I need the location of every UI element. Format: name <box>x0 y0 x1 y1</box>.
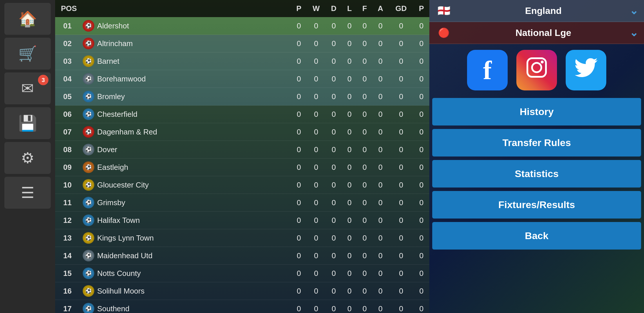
table-row[interactable]: 14 ⚽ Maidenhead Utd 0 0 0 0 0 0 0 0 <box>55 247 429 265</box>
row-d: 0 <box>325 35 342 52</box>
row-w: 0 <box>307 265 325 282</box>
row-team: ⚽ Eastleigh <box>80 159 291 176</box>
row-p: 0 <box>291 300 307 313</box>
row-team: ⚽ Halifax Town <box>80 212 291 229</box>
country-dropdown[interactable]: 🏴󠁧󠁢󠁥󠁮󠁧󠁿 England ⌄ <box>429 0 644 22</box>
row-d: 0 <box>325 247 342 265</box>
header-w: W <box>307 0 325 17</box>
table-row[interactable]: 01 ⚽ Aldershot 0 0 0 0 0 0 0 0 <box>55 17 429 35</box>
row-w: 0 <box>307 141 325 159</box>
sidebar-item-save[interactable]: 💾 <box>4 107 51 139</box>
row-p: 0 <box>291 247 307 265</box>
row-pts: 0 <box>414 247 429 265</box>
row-f: 0 <box>357 300 372 313</box>
team-name: Bromley <box>97 92 125 101</box>
sidebar-item-menu[interactable]: ☰ <box>4 177 51 209</box>
row-d: 0 <box>325 141 342 159</box>
team-badge-icon: ⚽ <box>83 285 94 297</box>
team-name: Southend <box>97 304 129 313</box>
row-l: 0 <box>342 105 357 123</box>
team-name: Gloucester City <box>97 181 149 190</box>
row-team: ⚽ Barnet <box>80 52 291 70</box>
row-p: 0 <box>291 70 307 88</box>
row-p: 0 <box>291 159 307 176</box>
table-row[interactable]: 06 ⚽ Chesterfield 0 0 0 0 0 0 0 0 <box>55 105 429 123</box>
row-pos: 14 <box>55 247 80 265</box>
table-row[interactable]: 12 ⚽ Halifax Town 0 0 0 0 0 0 0 0 <box>55 212 429 229</box>
sidebar-item-settings[interactable]: ⚙ <box>4 142 51 174</box>
row-f: 0 <box>357 176 372 194</box>
row-d: 0 <box>325 70 342 88</box>
row-team: ⚽ Chesterfield <box>80 105 291 123</box>
row-a: 0 <box>372 35 388 52</box>
table-row[interactable]: 17 ⚽ Southend 0 0 0 0 0 0 0 0 <box>55 300 429 313</box>
row-f: 0 <box>357 247 372 265</box>
row-pts: 0 <box>414 141 429 159</box>
table-row[interactable]: 02 ⚽ Altrincham 0 0 0 0 0 0 0 0 <box>55 35 429 52</box>
row-team: ⚽ Notts County <box>80 265 291 282</box>
row-f: 0 <box>357 159 372 176</box>
facebook-button[interactable]: f <box>467 50 508 90</box>
row-l: 0 <box>342 194 357 212</box>
table-row[interactable]: 16 ⚽ Solihull Moors 0 0 0 0 0 0 0 0 <box>55 282 429 300</box>
row-a: 0 <box>372 88 388 105</box>
sidebar-item-mail[interactable]: ✉ 3 <box>4 72 51 104</box>
header-team <box>80 0 291 17</box>
row-pos: 04 <box>55 70 80 88</box>
table-row[interactable]: 10 ⚽ Gloucester City 0 0 0 0 0 0 0 0 <box>55 176 429 194</box>
row-team: ⚽ Dover <box>80 141 291 159</box>
sidebar-item-home[interactable]: 🏠 <box>4 3 51 35</box>
team-name: Notts County <box>97 269 141 278</box>
row-d: 0 <box>325 17 342 35</box>
row-p: 0 <box>291 88 307 105</box>
history-button[interactable]: History <box>432 98 641 125</box>
header-gd: GD <box>389 0 414 17</box>
team-badge-icon: ⚽ <box>83 197 94 208</box>
league-dropdown[interactable]: 🔴 National Lge ⌄ <box>429 22 644 44</box>
header-l: L <box>342 0 357 17</box>
row-gd: 0 <box>389 212 414 229</box>
table-row[interactable]: 15 ⚽ Notts County 0 0 0 0 0 0 0 0 <box>55 265 429 282</box>
row-team: ⚽ Aldershot <box>80 17 291 35</box>
back-button[interactable]: Back <box>432 222 641 250</box>
row-pts: 0 <box>414 123 429 141</box>
row-f: 0 <box>357 105 372 123</box>
row-f: 0 <box>357 35 372 52</box>
sidebar-item-shop[interactable]: 🛒 <box>4 38 51 70</box>
team-badge-icon: ⚽ <box>83 91 94 102</box>
row-d: 0 <box>325 176 342 194</box>
twitter-button[interactable] <box>566 50 606 90</box>
save-icon: 💾 <box>18 114 37 132</box>
settings-icon: ⚙ <box>21 149 35 167</box>
table-row[interactable]: 13 ⚽ Kings Lynn Town 0 0 0 0 0 0 0 0 <box>55 229 429 247</box>
fixtures-results-button[interactable]: Fixtures/Results <box>432 191 641 219</box>
table-row[interactable]: 11 ⚽ Grimsby 0 0 0 0 0 0 0 0 <box>55 194 429 212</box>
table-row[interactable]: 04 ⚽ Borehamwood 0 0 0 0 0 0 0 0 <box>55 70 429 88</box>
row-a: 0 <box>372 265 388 282</box>
row-d: 0 <box>325 123 342 141</box>
row-l: 0 <box>342 176 357 194</box>
row-f: 0 <box>357 17 372 35</box>
transfer-rules-button[interactable]: Transfer Rules <box>432 129 641 156</box>
table-row[interactable]: 07 ⚽ Dagenham & Red 0 0 0 0 0 0 0 0 <box>55 123 429 141</box>
row-f: 0 <box>357 194 372 212</box>
league-label: National Lge <box>457 28 629 38</box>
instagram-button[interactable] <box>516 50 557 90</box>
statistics-button[interactable]: Statistics <box>432 160 641 188</box>
row-pos: 15 <box>55 265 80 282</box>
table-row[interactable]: 05 ⚽ Bromley 0 0 0 0 0 0 0 0 <box>55 88 429 105</box>
table-row[interactable]: 03 ⚽ Barnet 0 0 0 0 0 0 0 0 <box>55 52 429 70</box>
row-team: ⚽ Borehamwood <box>80 70 291 88</box>
row-gd: 0 <box>389 229 414 247</box>
row-w: 0 <box>307 105 325 123</box>
table-row[interactable]: 08 ⚽ Dover 0 0 0 0 0 0 0 0 <box>55 141 429 159</box>
row-pos: 10 <box>55 176 80 194</box>
row-f: 0 <box>357 70 372 88</box>
row-l: 0 <box>342 229 357 247</box>
row-pts: 0 <box>414 17 429 35</box>
header-d: D <box>325 0 342 17</box>
table-row[interactable]: 09 ⚽ Eastleigh 0 0 0 0 0 0 0 0 <box>55 159 429 176</box>
mail-badge: 3 <box>38 75 48 85</box>
row-team: ⚽ Grimsby <box>80 194 291 212</box>
team-name: Halifax Town <box>97 216 140 225</box>
